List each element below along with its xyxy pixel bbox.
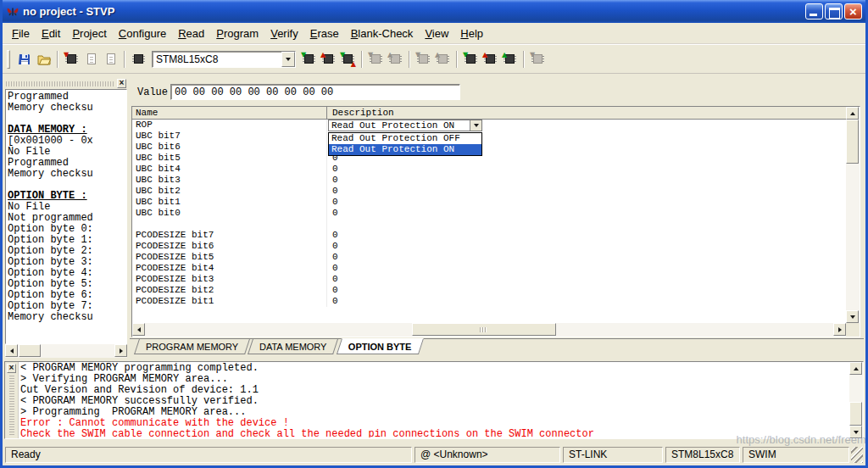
menu-item[interactable]: Blank-Check — [345, 25, 420, 42]
table-v-scrollbar[interactable] — [846, 107, 860, 323]
log-close-icon[interactable] — [7, 364, 16, 373]
memory-info-line: Option byte 0: — [8, 224, 125, 235]
scrollbar-thumb[interactable] — [849, 402, 862, 426]
panel-grip[interactable] — [6, 81, 114, 86]
read-current-tab-button[interactable] — [338, 50, 358, 69]
copy-log-button[interactable] — [81, 50, 101, 69]
option-name: PCODESIZE bit5 — [132, 252, 327, 263]
program-current-tab-button[interactable] — [299, 50, 319, 69]
memory-info-line: Option byte 6: — [8, 290, 125, 301]
toolbar-separator — [456, 51, 458, 68]
scrollbar-thumb[interactable] — [19, 344, 41, 357]
scroll-left-button[interactable] — [5, 344, 18, 357]
table-row[interactable]: ROP — [132, 120, 846, 131]
option-name: UBC bit2 — [132, 186, 327, 197]
menu-item[interactable]: Project — [66, 25, 112, 42]
menu-item[interactable]: Read — [172, 25, 210, 42]
unprotect-button[interactable] — [414, 50, 433, 69]
scroll-right-button[interactable] — [114, 344, 127, 357]
scroll-up-button[interactable] — [846, 107, 859, 120]
table-row[interactable]: UBC bit3 0 — [132, 175, 846, 186]
table-row[interactable]: PCODESIZE bit3 0 — [132, 274, 846, 285]
scroll-down-button[interactable] — [846, 310, 859, 323]
menu-item[interactable]: Erase — [304, 25, 345, 42]
device-select-arrow[interactable] — [281, 52, 295, 67]
toolbar-grip[interactable] — [7, 50, 10, 69]
menu-item[interactable]: Program — [210, 25, 264, 42]
table-row[interactable]: PCODESIZE bit6 0 — [132, 241, 846, 252]
chevron-down-icon — [286, 58, 291, 64]
column-header-name: Name — [132, 107, 327, 119]
program-chip-button[interactable] — [62, 50, 81, 69]
memory-info-line: Not programmed — [8, 213, 125, 224]
resize-grip[interactable] — [851, 447, 863, 463]
blank-check-button[interactable] — [386, 50, 405, 69]
table-row[interactable]: PCODESIZE bit4 0 — [132, 263, 846, 274]
rop-combobox[interactable]: Read Out Protection ON — [328, 120, 482, 131]
options-button[interactable] — [433, 50, 453, 69]
scroll-right-button[interactable] — [833, 323, 846, 336]
menubar: FileEditProjectConfigureReadProgramVerif… — [3, 23, 865, 44]
memory-tab[interactable]: OPTION BYTE — [337, 338, 424, 354]
table-row[interactable]: PCODESIZE bit5 0 — [132, 252, 846, 263]
scrollbar-thumb[interactable] — [412, 323, 556, 336]
table-row[interactable]: UBC bit2 0 — [132, 186, 846, 197]
memory-tab[interactable]: DATA MEMORY — [248, 339, 338, 354]
menu-item[interactable]: File — [6, 25, 36, 42]
table-row[interactable]: UBC bit4 0 — [132, 164, 846, 175]
value-input[interactable] — [170, 84, 460, 100]
log-panel-grip[interactable] — [9, 376, 14, 436]
menu-item[interactable]: Help — [454, 25, 489, 42]
maximize-button[interactable] — [825, 3, 843, 20]
menu-item[interactable]: View — [419, 25, 454, 42]
device-select[interactable]: STM8L15xC8 — [152, 51, 296, 68]
verify-current-tab-button[interactable] — [319, 50, 338, 69]
scroll-left-button[interactable] — [132, 323, 145, 336]
table-h-scrollbar[interactable] — [132, 323, 846, 337]
rop-combobox-arrow[interactable] — [470, 120, 481, 131]
log-v-scrollbar[interactable] — [849, 362, 863, 438]
toolbar-separator — [361, 51, 363, 68]
scrollbar-thumb[interactable] — [846, 120, 859, 164]
tab-label: PROGRAM MEMORY — [146, 342, 238, 352]
panel-titlebar[interactable] — [4, 78, 128, 89]
auto-run-button[interactable] — [528, 50, 548, 69]
table-row[interactable]: UBC bit0 0 — [132, 208, 846, 219]
save-button[interactable] — [14, 50, 34, 69]
value-label: Value — [137, 86, 168, 98]
memory-info-line: Option byte 7: — [8, 301, 125, 312]
minimize-button[interactable] — [805, 3, 823, 20]
menu-item[interactable]: Configure — [113, 25, 172, 42]
toolbar-separator — [124, 51, 125, 68]
status-panel: @ <Unknown> — [415, 447, 560, 463]
toolbar: STM8L15xC8 — [3, 44, 865, 74]
panel-close-icon[interactable] — [117, 79, 126, 88]
paste-button[interactable] — [101, 50, 120, 69]
menu-item[interactable]: Edit — [36, 25, 66, 42]
close-button[interactable] — [844, 3, 862, 20]
table-row[interactable]: PCODESIZE bit2 0 — [132, 285, 846, 296]
read-all-tabs-button[interactable] — [500, 50, 520, 69]
erase-button[interactable] — [366, 50, 386, 69]
menu-item[interactable]: Verify — [264, 25, 304, 42]
option-name — [132, 219, 327, 230]
panel-h-scrollbar[interactable] — [5, 344, 127, 358]
table-row[interactable]: UBC bit5 0 — [132, 153, 846, 164]
memory-info-line: DATA MEMORY : — [8, 125, 125, 136]
rop-dropdown-option[interactable]: Read Out Protection OFF — [329, 133, 481, 144]
table-row[interactable]: UBC bit7 0 — [132, 131, 846, 142]
memory-tab[interactable]: PROGRAM MEMORY — [134, 339, 250, 354]
table-row[interactable]: PCODESIZE bit7 0 — [132, 230, 846, 241]
scroll-up-button[interactable] — [849, 362, 862, 375]
table-row[interactable]: UBC bit1 0 — [132, 197, 846, 208]
verify-all-tabs-button[interactable] — [481, 50, 500, 69]
table-row[interactable] — [132, 219, 846, 230]
toolbar-separator — [409, 51, 410, 68]
rop-dropdown-option[interactable]: Read Out Protection ON — [329, 144, 481, 155]
option-byte-workspace: Value Name Description ROP UBC bit7 0 — [130, 78, 864, 358]
open-project-button[interactable] — [34, 50, 53, 69]
table-row[interactable]: PCODESIZE bit1 0 — [132, 296, 846, 307]
table-row[interactable]: UBC bit6 0 — [132, 142, 846, 153]
option-value: 0 — [327, 241, 846, 252]
program-all-tabs-button[interactable] — [461, 50, 481, 69]
